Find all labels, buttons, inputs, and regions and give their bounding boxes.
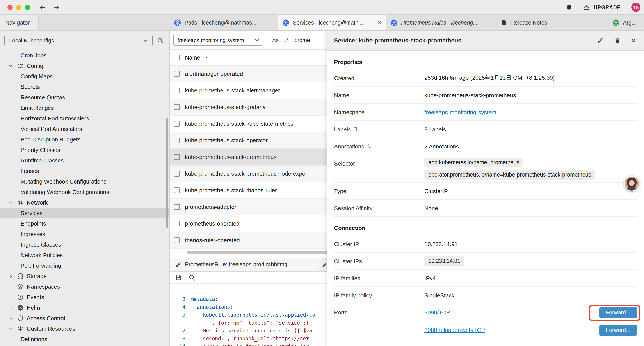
sidebar-item-validating-webhook-configurations[interactable]: Validating Webhook Configurations xyxy=(0,187,169,197)
avatar-image xyxy=(625,177,639,191)
port-forward-button[interactable]: Forward... xyxy=(599,307,637,318)
expand-toggle-icon[interactable]: ⇅ xyxy=(354,126,358,132)
namespace-link[interactable]: freeleaps-monitoring-system xyxy=(424,109,496,115)
property-value: 10.233.14.91 xyxy=(424,241,458,247)
sidebar-item-leases[interactable]: Leases xyxy=(0,166,169,176)
select-all-checkbox[interactable] xyxy=(174,55,180,60)
sidebar-item-helm[interactable]: ›Helm xyxy=(0,302,169,313)
chevron-right-icon[interactable]: › xyxy=(8,315,14,321)
service-name: kube-prometheus-stack-grafana xyxy=(185,104,266,110)
sidebar-scrollbar[interactable] xyxy=(166,118,168,228)
port-link[interactable]: 9090/TCP xyxy=(424,309,450,316)
back-button[interactable] xyxy=(39,4,46,10)
sidebar-item-limit-ranges[interactable]: Limit Ranges xyxy=(0,102,169,113)
edit-pencil-icon[interactable] xyxy=(597,37,604,44)
search-input[interactable]: Aa .* prome xyxy=(272,37,310,43)
app-tabs: Pods - icecheng@mathmas...Services - ice… xyxy=(170,15,644,30)
sidebar-item-config-maps[interactable]: Config Maps xyxy=(0,71,169,81)
property-row-selector: Selectorapp.kubernetes.io/name=prometheu… xyxy=(334,155,637,183)
sidebar-item-namespaces[interactable]: Namespaces xyxy=(0,281,169,292)
chevron-down-icon[interactable]: › xyxy=(8,63,14,69)
sidebar-item-label: Limit Ranges xyxy=(20,104,54,111)
chevron-right-icon[interactable]: › xyxy=(8,304,14,311)
sidebar-item-services[interactable]: Services xyxy=(0,208,169,218)
close-icon[interactable]: × xyxy=(631,36,636,45)
kubernetes-icon xyxy=(390,19,398,26)
edit-pencil-icon xyxy=(322,261,326,268)
sidebar-item-definitions[interactable]: Definitions xyxy=(0,334,169,344)
property-value: SingleStack xyxy=(424,292,454,299)
sidebar-item-horizontal-pod-autoscalers[interactable]: Horizontal Pod Autoscalers xyxy=(0,113,169,123)
sidebar-item-vertical-pod-autoscalers[interactable]: Vertical Pod Autoscalers xyxy=(0,123,169,134)
editor-tab-prometheusrule[interactable]: PrometheusRule: freeleaps-prod-rabbitmq xyxy=(170,258,319,271)
delete-trash-icon[interactable] xyxy=(614,37,621,44)
row-checkbox[interactable] xyxy=(174,71,180,77)
editor-search-icon[interactable] xyxy=(188,274,196,281)
save-icon[interactable] xyxy=(175,274,182,281)
kubeconfig-selector[interactable]: Local Kubeconfigs xyxy=(4,34,152,46)
sidebar-item-mutating-webhook-configurations[interactable]: Mutating Webhook Configurations xyxy=(0,176,169,187)
tab-label: Release Notes xyxy=(511,19,603,26)
service-name: kube-prometheus-stack-prometheus xyxy=(185,154,277,160)
row-checkbox[interactable] xyxy=(174,237,180,243)
notification-count-badge[interactable]: 15 xyxy=(631,3,640,12)
line-number: 12 xyxy=(170,327,191,335)
window-close-button[interactable] xyxy=(8,4,13,10)
sidebar-item-access-control[interactable]: ›Access Control xyxy=(0,313,169,323)
sidebar-item-label: Vertical Pod Autoscalers xyxy=(20,125,82,132)
row-checkbox[interactable] xyxy=(174,154,180,160)
window-maximize-button[interactable] xyxy=(25,4,30,10)
row-checkbox[interactable] xyxy=(174,204,180,210)
sidebar-item-label: Endpoints xyxy=(20,220,46,227)
window-minimize-button[interactable] xyxy=(16,4,22,10)
app-tab-argo-s[interactable]: Argo S xyxy=(608,15,644,30)
sidebar-item-events[interactable]: Events xyxy=(0,292,169,302)
sidebar-item-priority-classes[interactable]: Priority Classes xyxy=(0,145,169,155)
expand-toggle-icon[interactable]: ⇅ xyxy=(367,143,371,149)
row-checkbox[interactable] xyxy=(174,137,180,143)
sidebar-item-cron-jobs[interactable]: Cron Jobs xyxy=(0,50,169,60)
notifications-bell-icon[interactable] xyxy=(566,4,573,11)
forward-button[interactable] xyxy=(53,4,60,10)
sidebar-item-resource-quotas[interactable]: Resource Quotas xyxy=(0,92,169,102)
sidebar-item-custom-resources[interactable]: ›Custom Resources xyxy=(0,323,169,334)
port-link[interactable]: 8080:reloader-web/TCP xyxy=(424,327,485,333)
app-tab-services-icecheng-math[interactable]: Services - icecheng@math...× xyxy=(278,15,386,30)
editor-tab-partial[interactable] xyxy=(319,258,326,271)
sidebar-item-storage[interactable]: ›Storage xyxy=(0,271,169,281)
name-column-header[interactable]: Name xyxy=(185,54,200,61)
regex-toggle[interactable]: .* xyxy=(285,37,288,43)
sidebar-item-network-policies[interactable]: Network Policies xyxy=(0,250,169,260)
sidebar-item-secrets[interactable]: Secrets xyxy=(0,81,169,92)
sidebar-item-config[interactable]: ›Config xyxy=(0,60,169,71)
chevron-down-icon[interactable]: › xyxy=(8,326,14,332)
port-forward-button[interactable]: Forward... xyxy=(599,324,637,336)
sidebar-item-pod-disruption-budgets[interactable]: Pod Disruption Budgets xyxy=(0,134,169,145)
sidebar-search-icon[interactable] xyxy=(157,37,164,44)
row-checkbox[interactable] xyxy=(174,88,180,93)
sidebar-item-ingresses[interactable]: Ingresses xyxy=(0,229,169,239)
sidebar-item-label: Ingresses xyxy=(20,231,45,237)
property-label: Ports xyxy=(334,304,424,339)
row-checkbox[interactable] xyxy=(174,104,180,110)
sidebar-item-ingress-classes[interactable]: Ingress Classes xyxy=(0,239,169,250)
sidebar-item-network[interactable]: ›Network xyxy=(0,197,169,208)
close-tab-icon[interactable]: × xyxy=(378,19,382,26)
sidebar-item-port-forwarding[interactable]: Port Forwarding xyxy=(0,260,169,271)
app-tab-release-notes[interactable]: Release Notes xyxy=(496,15,608,30)
navigator-panel-tab[interactable]: Navigator xyxy=(0,15,38,30)
upgrade-button[interactable]: UPGRADE xyxy=(583,4,621,11)
case-sensitive-toggle[interactable]: Aa xyxy=(272,37,278,43)
row-checkbox[interactable] xyxy=(174,121,180,127)
row-checkbox[interactable] xyxy=(174,187,180,193)
row-checkbox[interactable] xyxy=(174,221,180,226)
floating-avatar[interactable] xyxy=(624,176,640,191)
app-tab-pods-icecheng-mathmas[interactable]: Pods - icecheng@mathmas... xyxy=(170,15,278,30)
app-tab-prometheus-rules-icecheng[interactable]: Prometheus Rules - icecheng... xyxy=(386,15,496,30)
namespace-selector[interactable]: freeleaps-monitoring-system xyxy=(173,34,264,45)
chevron-right-icon[interactable]: › xyxy=(8,273,14,279)
sidebar-item-runtime-classes[interactable]: Runtime Classes xyxy=(0,155,169,166)
sidebar-item-endpoints[interactable]: Endpoints xyxy=(0,218,169,229)
chevron-down-icon[interactable]: › xyxy=(8,199,14,205)
row-checkbox[interactable] xyxy=(174,171,180,177)
